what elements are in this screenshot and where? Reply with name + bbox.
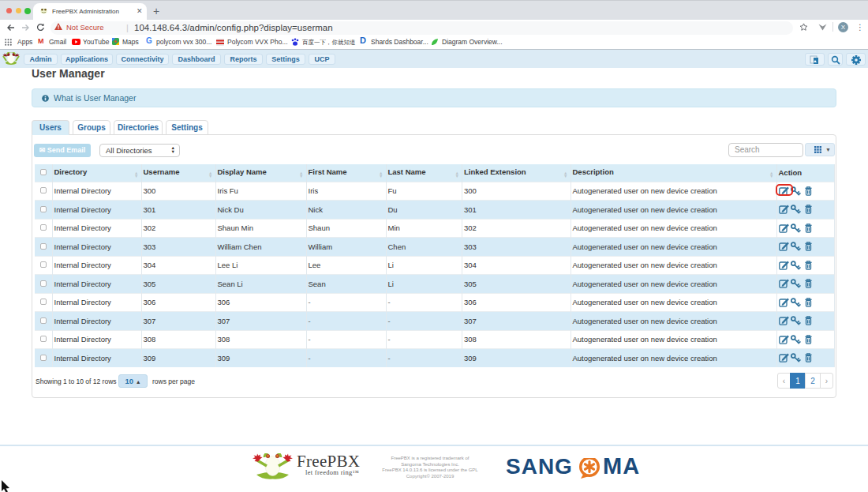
svg-text:SANG: SANG	[506, 458, 573, 479]
svg-text:MA: MA	[603, 458, 640, 479]
